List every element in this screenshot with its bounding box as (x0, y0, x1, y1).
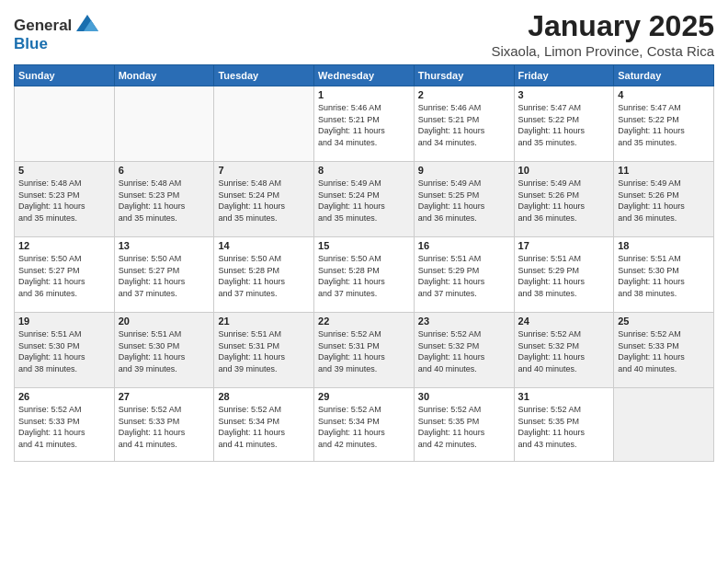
day-info: Sunrise: 5:52 AMSunset: 5:34 PMDaylight:… (218, 404, 310, 450)
table-row: 31Sunrise: 5:52 AMSunset: 5:35 PMDayligh… (514, 388, 614, 462)
table-row: 28Sunrise: 5:52 AMSunset: 5:34 PMDayligh… (214, 388, 314, 462)
day-info: Sunrise: 5:46 AMSunset: 5:21 PMDaylight:… (318, 102, 410, 148)
table-row: 1Sunrise: 5:46 AMSunset: 5:21 PMDaylight… (314, 86, 415, 162)
day-info: Sunrise: 5:51 AMSunset: 5:30 PMDaylight:… (18, 328, 110, 374)
day-info: Sunrise: 5:50 AMSunset: 5:28 PMDaylight:… (318, 253, 410, 299)
day-number: 17 (518, 240, 610, 251)
table-row: 5Sunrise: 5:48 AMSunset: 5:23 PMDaylight… (15, 162, 115, 237)
day-number: 31 (518, 391, 610, 402)
day-number: 26 (18, 391, 110, 402)
day-number: 7 (218, 165, 310, 176)
table-row: 10Sunrise: 5:49 AMSunset: 5:26 PMDayligh… (514, 162, 614, 237)
day-number: 6 (119, 165, 210, 176)
table-row (15, 86, 115, 162)
day-number: 11 (618, 165, 710, 176)
day-number: 24 (518, 316, 610, 327)
header-sunday: Sunday (15, 65, 115, 86)
day-number: 14 (218, 240, 310, 251)
table-row: 19Sunrise: 5:51 AMSunset: 5:30 PMDayligh… (15, 313, 115, 388)
table-row: 8Sunrise: 5:49 AMSunset: 5:24 PMDaylight… (314, 162, 415, 237)
day-info: Sunrise: 5:49 AMSunset: 5:24 PMDaylight:… (318, 178, 410, 224)
day-info: Sunrise: 5:52 AMSunset: 5:32 PMDaylight:… (518, 328, 610, 374)
day-number: 23 (418, 316, 510, 327)
day-info: Sunrise: 5:49 AMSunset: 5:26 PMDaylight:… (618, 178, 710, 224)
day-number: 10 (518, 165, 610, 176)
header-tuesday: Tuesday (214, 65, 314, 86)
table-row: 9Sunrise: 5:49 AMSunset: 5:25 PMDaylight… (414, 162, 514, 237)
day-number: 3 (518, 89, 610, 100)
table-row: 20Sunrise: 5:51 AMSunset: 5:30 PMDayligh… (114, 313, 214, 388)
table-row: 24Sunrise: 5:52 AMSunset: 5:32 PMDayligh… (514, 313, 614, 388)
day-info: Sunrise: 5:49 AMSunset: 5:25 PMDaylight:… (418, 178, 510, 224)
day-number: 1 (318, 89, 410, 100)
day-info: Sunrise: 5:51 AMSunset: 5:29 PMDaylight:… (418, 253, 510, 299)
day-number: 5 (18, 165, 110, 176)
day-info: Sunrise: 5:51 AMSunset: 5:31 PMDaylight:… (218, 328, 310, 374)
calendar-week-row: 1Sunrise: 5:46 AMSunset: 5:21 PMDaylight… (15, 86, 714, 162)
day-info: Sunrise: 5:52 AMSunset: 5:33 PMDaylight:… (119, 404, 210, 450)
table-row: 15Sunrise: 5:50 AMSunset: 5:28 PMDayligh… (314, 237, 415, 313)
header-monday: Monday (114, 65, 214, 86)
day-info: Sunrise: 5:52 AMSunset: 5:33 PMDaylight:… (618, 328, 710, 374)
table-row: 12Sunrise: 5:50 AMSunset: 5:27 PMDayligh… (15, 237, 115, 313)
calendar-header-row: Sunday Monday Tuesday Wednesday Thursday… (15, 65, 714, 86)
day-info: Sunrise: 5:48 AMSunset: 5:23 PMDaylight:… (18, 178, 110, 224)
calendar-week-row: 26Sunrise: 5:52 AMSunset: 5:33 PMDayligh… (15, 388, 714, 462)
day-number: 4 (618, 89, 710, 100)
table-row: 7Sunrise: 5:48 AMSunset: 5:24 PMDaylight… (214, 162, 314, 237)
table-row (214, 86, 314, 162)
calendar-week-row: 12Sunrise: 5:50 AMSunset: 5:27 PMDayligh… (15, 237, 714, 313)
logo-general: General (14, 17, 72, 35)
day-info: Sunrise: 5:52 AMSunset: 5:34 PMDaylight:… (318, 404, 410, 450)
table-row (114, 86, 214, 162)
day-info: Sunrise: 5:52 AMSunset: 5:31 PMDaylight:… (318, 328, 410, 374)
day-number: 8 (318, 165, 410, 176)
day-number: 28 (218, 391, 310, 402)
header-friday: Friday (514, 65, 614, 86)
table-row: 16Sunrise: 5:51 AMSunset: 5:29 PMDayligh… (414, 237, 514, 313)
table-row (614, 388, 714, 462)
day-info: Sunrise: 5:47 AMSunset: 5:22 PMDaylight:… (618, 102, 710, 148)
table-row: 23Sunrise: 5:52 AMSunset: 5:32 PMDayligh… (414, 313, 514, 388)
day-number: 12 (18, 240, 110, 251)
header-saturday: Saturday (614, 65, 714, 86)
day-info: Sunrise: 5:52 AMSunset: 5:33 PMDaylight:… (18, 404, 110, 450)
day-info: Sunrise: 5:51 AMSunset: 5:30 PMDaylight:… (618, 253, 710, 299)
table-row: 4Sunrise: 5:47 AMSunset: 5:22 PMDaylight… (614, 86, 714, 162)
calendar-title: January 2025 (491, 9, 714, 43)
table-row: 2Sunrise: 5:46 AMSunset: 5:21 PMDaylight… (414, 86, 514, 162)
table-row: 27Sunrise: 5:52 AMSunset: 5:33 PMDayligh… (114, 388, 214, 462)
header: General Blue January 2025 Sixaola, Limon… (14, 9, 714, 59)
day-number: 18 (618, 240, 710, 251)
day-number: 25 (618, 316, 710, 327)
day-number: 30 (418, 391, 510, 402)
table-row: 26Sunrise: 5:52 AMSunset: 5:33 PMDayligh… (15, 388, 115, 462)
day-number: 9 (418, 165, 510, 176)
day-number: 15 (318, 240, 410, 251)
day-info: Sunrise: 5:48 AMSunset: 5:24 PMDaylight:… (218, 178, 310, 224)
table-row: 3Sunrise: 5:47 AMSunset: 5:22 PMDaylight… (514, 86, 614, 162)
calendar-subtitle: Sixaola, Limon Province, Costa Rica (491, 43, 714, 59)
day-info: Sunrise: 5:52 AMSunset: 5:35 PMDaylight:… (418, 404, 510, 450)
day-info: Sunrise: 5:47 AMSunset: 5:22 PMDaylight:… (518, 102, 610, 148)
day-info: Sunrise: 5:50 AMSunset: 5:27 PMDaylight:… (18, 253, 110, 299)
day-info: Sunrise: 5:51 AMSunset: 5:30 PMDaylight:… (119, 328, 210, 374)
table-row: 6Sunrise: 5:48 AMSunset: 5:23 PMDaylight… (114, 162, 214, 237)
day-info: Sunrise: 5:49 AMSunset: 5:26 PMDaylight:… (518, 178, 610, 224)
day-number: 2 (418, 89, 510, 100)
table-row: 22Sunrise: 5:52 AMSunset: 5:31 PMDayligh… (314, 313, 415, 388)
day-info: Sunrise: 5:52 AMSunset: 5:32 PMDaylight:… (418, 328, 510, 374)
day-number: 27 (119, 391, 210, 402)
table-row: 14Sunrise: 5:50 AMSunset: 5:28 PMDayligh… (214, 237, 314, 313)
table-row: 29Sunrise: 5:52 AMSunset: 5:34 PMDayligh… (314, 388, 415, 462)
table-row: 25Sunrise: 5:52 AMSunset: 5:33 PMDayligh… (614, 313, 714, 388)
day-number: 21 (218, 316, 310, 327)
day-number: 29 (318, 391, 410, 402)
day-number: 20 (119, 316, 210, 327)
calendar-week-row: 5Sunrise: 5:48 AMSunset: 5:23 PMDaylight… (15, 162, 714, 237)
day-info: Sunrise: 5:52 AMSunset: 5:35 PMDaylight:… (518, 404, 610, 450)
logo: General Blue (14, 13, 100, 53)
header-wednesday: Wednesday (314, 65, 415, 86)
day-number: 16 (418, 240, 510, 251)
logo-text: General Blue (14, 13, 100, 53)
